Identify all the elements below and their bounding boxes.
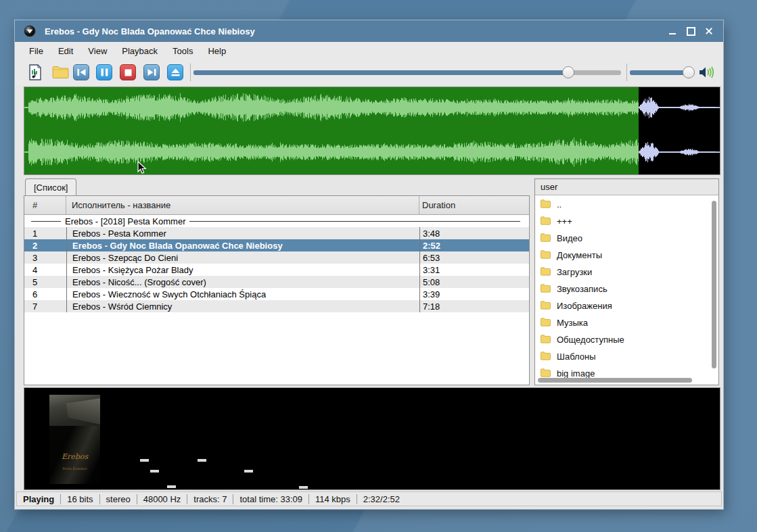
volume-handle[interactable] xyxy=(683,66,695,78)
menu-help[interactable]: Help xyxy=(200,44,233,58)
playlist-row[interactable]: 4Erebos - Księżyca Pożar Blady3:31 xyxy=(24,264,529,276)
toolbar-separator xyxy=(190,64,191,81)
file-browser-panel: user ..+++ВидеоДокументыЗагрузкиЗвукозап… xyxy=(534,178,719,385)
close-button[interactable] xyxy=(703,25,715,37)
column-number[interactable]: # xyxy=(24,196,66,214)
status-item: 16 bits xyxy=(61,494,99,504)
menu-playback[interactable]: Playback xyxy=(114,44,165,58)
file-browser-item[interactable]: Изображения xyxy=(535,297,710,314)
track-duration: 6:53 xyxy=(419,251,529,264)
playlist-row[interactable]: 5Erebos - Nicość... (Srogość cover)5:08 xyxy=(24,276,529,288)
stop-button[interactable] xyxy=(120,64,136,80)
status-item: total time: 33:09 xyxy=(233,494,308,504)
open-folder-icon xyxy=(52,66,69,79)
track-duration: 7:18 xyxy=(419,300,529,312)
add-file-button[interactable] xyxy=(27,64,43,80)
folder-icon xyxy=(535,233,551,244)
spectrum-peak xyxy=(198,459,206,462)
next-button[interactable] xyxy=(143,64,160,80)
track-title: Erebos - Księżyca Pożar Blady xyxy=(66,264,419,276)
titlebar[interactable]: Erebos - Gdy Noc Blada Opanować Chce Nie… xyxy=(15,20,723,42)
spectrum-peak xyxy=(140,459,149,462)
column-artist-title[interactable]: Исполнитель - название xyxy=(66,196,419,214)
file-browser-item-label: +++ xyxy=(557,216,572,226)
track-title: Erebos - Pesta Kommer xyxy=(66,227,419,239)
volume-button[interactable] xyxy=(698,64,716,80)
file-browser-item[interactable]: Документы xyxy=(535,247,710,264)
folder-icon xyxy=(535,368,551,379)
menu-view[interactable]: View xyxy=(81,44,114,58)
group-line xyxy=(189,221,520,222)
folder-icon xyxy=(535,216,551,227)
track-duration: 2:52 xyxy=(419,239,529,251)
file-browser-item[interactable]: Видео xyxy=(535,230,710,247)
menu-file[interactable]: File xyxy=(22,44,51,58)
folder-icon xyxy=(535,199,551,210)
open-folder-button[interactable] xyxy=(52,64,68,80)
file-browser-item-label: big image xyxy=(557,368,595,378)
waveform-view[interactable] xyxy=(24,87,720,175)
folder-icon xyxy=(535,335,551,345)
stop-icon xyxy=(124,69,132,76)
eject-button[interactable] xyxy=(167,64,183,80)
seek-slider[interactable] xyxy=(193,70,621,75)
track-title: Erebos - Nicość... (Srogość cover) xyxy=(66,276,419,288)
group-line xyxy=(31,221,61,222)
menu-edit[interactable]: Edit xyxy=(51,44,81,58)
file-browser-item[interactable]: +++ xyxy=(535,213,710,230)
folder-icon xyxy=(535,301,551,312)
app-window: Erebos - Gdy Noc Blada Opanować Chce Nie… xyxy=(15,20,723,509)
seek-handle[interactable] xyxy=(562,66,574,78)
album-art: Erebos Pesta Kommer xyxy=(49,395,100,484)
maximize-button[interactable] xyxy=(685,25,697,37)
menubar: FileEditViewPlaybackToolsHelp xyxy=(15,42,723,59)
file-browser-item[interactable]: big image xyxy=(535,365,710,378)
group-title: Erebos - [2018] Pesta Kommer xyxy=(61,216,189,226)
minimize-button[interactable] xyxy=(666,25,679,37)
playlist-row[interactable]: 7Erebos - Wśród Ciemnicy7:18 xyxy=(24,300,529,312)
status-item: stereo xyxy=(100,494,137,504)
playlist-row[interactable]: 6Erebos - Wieczność w Swych Otchłaniach … xyxy=(24,288,529,300)
menu-tools[interactable]: Tools xyxy=(165,44,200,58)
maximize-icon xyxy=(687,27,695,36)
spectrum-peak xyxy=(244,470,253,473)
waveform-canvas xyxy=(24,87,720,174)
eject-icon xyxy=(171,68,180,76)
file-browser-item[interactable]: Общедоступные xyxy=(535,331,710,348)
file-browser-header[interactable]: user xyxy=(535,179,718,195)
spectrum-peak xyxy=(150,470,159,473)
file-browser-item[interactable]: Звукозапись xyxy=(535,281,710,297)
album-art-subtitle: Pesta Kommer xyxy=(49,466,100,470)
playlist-group-header: Erebos - [2018] Pesta Kommer xyxy=(24,215,529,227)
file-browser-item[interactable]: Музыка xyxy=(535,314,710,331)
file-browser-item[interactable]: Шаблоны xyxy=(535,348,710,365)
desktop: Erebos - Gdy Noc Blada Opanować Chce Nie… xyxy=(0,0,757,532)
status-item: 48000 Hz xyxy=(137,494,187,504)
file-browser-item-label: Видео xyxy=(557,233,582,243)
playlist-header[interactable]: # Исполнитель - название Duration xyxy=(24,196,529,215)
status-item: 114 kbps xyxy=(309,494,357,504)
horizontal-scrollbar[interactable] xyxy=(538,378,692,383)
playlist-tab[interactable]: [Список] xyxy=(25,178,76,195)
playlist-row[interactable]: 3Erebos - Szepcąc Do Cieni6:53 xyxy=(24,251,529,264)
file-browser-item-label: Шаблоны xyxy=(557,352,596,362)
folder-icon xyxy=(535,284,551,295)
track-duration: 5:08 xyxy=(419,276,529,288)
track-number: 1 xyxy=(24,227,66,239)
playlist-row[interactable]: 2Erebos - Gdy Noc Blada Opanować Chce Ni… xyxy=(24,239,529,251)
album-art-title: Erebos xyxy=(49,452,100,461)
column-duration[interactable]: Duration xyxy=(419,196,529,214)
track-number: 2 xyxy=(24,239,66,251)
add-file-icon xyxy=(28,64,43,80)
folder-icon xyxy=(535,352,551,362)
track-number: 3 xyxy=(24,251,66,264)
vertical-scrollbar[interactable] xyxy=(712,201,716,368)
file-browser-item[interactable]: .. xyxy=(535,196,710,213)
visualization-panel[interactable]: Erebos Pesta Kommer xyxy=(24,387,720,490)
folder-icon xyxy=(535,250,551,261)
playlist-row[interactable]: 1Erebos - Pesta Kommer3:48 xyxy=(24,227,529,239)
file-browser-item[interactable]: Загрузки xyxy=(535,264,710,281)
track-number: 7 xyxy=(24,300,66,312)
pause-button[interactable] xyxy=(96,64,112,80)
previous-button[interactable] xyxy=(73,64,89,80)
